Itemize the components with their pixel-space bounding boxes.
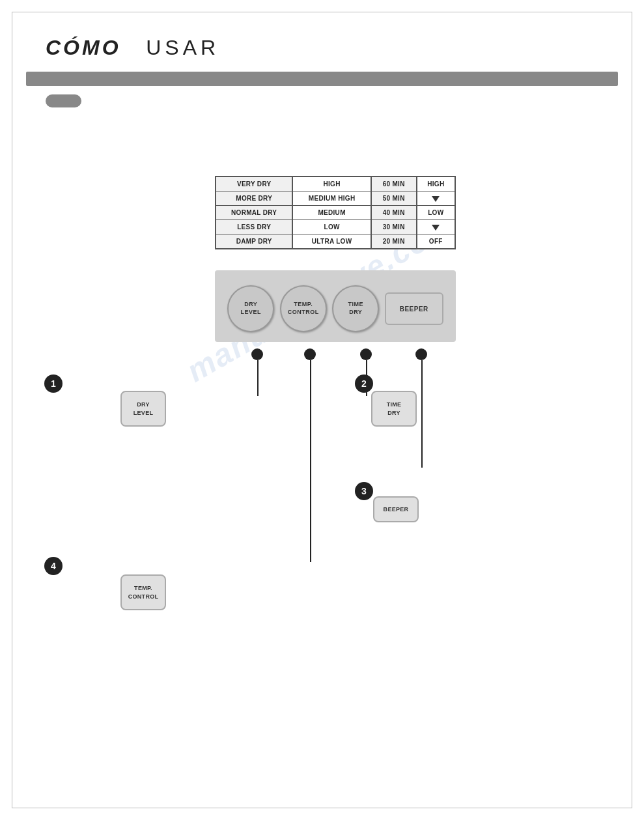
table-cell: HIGH — [417, 177, 455, 191]
dot-dry-level — [251, 348, 263, 360]
standalone-temp-control[interactable]: TEMP. CONTROL — [120, 574, 166, 610]
panel-area: DRY LEVEL TEMP. CONTROL TIME DRY BEEPER — [215, 270, 456, 342]
table-cell: MORE DRY — [216, 191, 292, 206]
page-border-top — [12, 12, 632, 12]
table-cell: MEDIUM HIGH — [292, 191, 371, 206]
table-cell: 40 MIN — [371, 206, 417, 220]
title-usar: USAR — [146, 36, 219, 59]
table-cell: LOW — [417, 206, 455, 220]
page-border-left — [12, 12, 12, 808]
section-4-bullet: 4 — [44, 557, 63, 575]
title-como: CÓMO — [46, 36, 121, 59]
section-1-bullet: 1 — [44, 375, 63, 393]
table-cell: LESS DRY — [216, 220, 292, 234]
header-bar — [26, 72, 618, 86]
panel-btn-dry-level[interactable]: DRY LEVEL — [227, 285, 274, 332]
page-border-bottom — [12, 808, 632, 808]
line-beeper — [421, 360, 423, 468]
line-dry-level — [257, 360, 259, 396]
panel-btn-temp-control[interactable]: TEMP. CONTROL — [280, 285, 327, 332]
dot-temp-control — [304, 348, 316, 360]
table-cell: HIGH — [292, 177, 371, 191]
section-3-bullet: 3 — [355, 482, 373, 500]
table-cell — [417, 220, 455, 234]
table-cell: DAMP DRY — [216, 234, 292, 249]
table-cell: VERY DRY — [216, 177, 292, 191]
page-border-right — [632, 12, 632, 808]
panel-buttons: DRY LEVEL TEMP. CONTROL TIME DRY BEEPER — [215, 270, 456, 342]
table-cell: NORMAL DRY — [216, 206, 292, 220]
dot-time-dry — [360, 348, 372, 360]
table-cell — [417, 191, 455, 206]
section-badge — [46, 94, 81, 107]
control-table: VERY DRYHIGH60 MINHIGHMORE DRYMEDIUM HIG… — [215, 176, 456, 249]
table-cell: ULTRA LOW — [292, 234, 371, 249]
table-cell: 20 MIN — [371, 234, 417, 249]
standalone-time-dry[interactable]: TIME DRY — [371, 391, 417, 427]
table-cell: OFF — [417, 234, 455, 249]
page-title: CÓMO USAR — [46, 36, 219, 60]
table-cell: 30 MIN — [371, 220, 417, 234]
line-temp-control — [310, 360, 311, 562]
panel-btn-beeper[interactable]: BEEPER — [385, 292, 443, 325]
section-2-bullet: 2 — [355, 375, 373, 393]
dot-beeper — [415, 348, 427, 360]
control-table-container: VERY DRYHIGH60 MINHIGHMORE DRYMEDIUM HIG… — [215, 176, 456, 249]
table-cell: MEDIUM — [292, 206, 371, 220]
table-cell: 50 MIN — [371, 191, 417, 206]
panel-btn-time-dry[interactable]: TIME DRY — [332, 285, 379, 332]
standalone-beeper[interactable]: BEEPER — [373, 496, 419, 522]
table-cell: 60 MIN — [371, 177, 417, 191]
table-cell: LOW — [292, 220, 371, 234]
standalone-dry-level[interactable]: DRY LEVEL — [120, 391, 166, 427]
